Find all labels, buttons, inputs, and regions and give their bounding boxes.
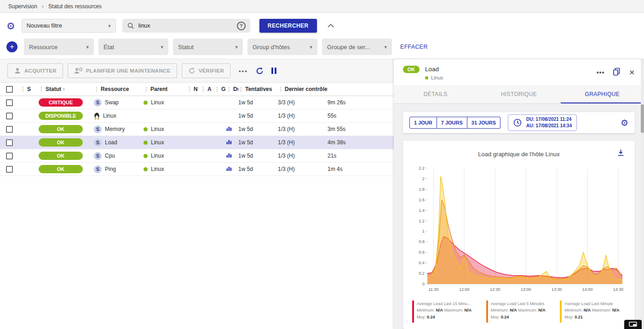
clear-filters-button[interactable]: EFFACER — [400, 44, 428, 50]
table-row[interactable]: OK SCpu Linux 1w 5d 1/3 (H) 21s — [0, 149, 394, 163]
panel-scrollbar-thumb[interactable] — [641, 104, 644, 133]
resource-cell[interactable]: Linux — [94, 113, 144, 119]
kebab-icon[interactable]: ⋮ — [94, 86, 99, 92]
time-range-button-0[interactable]: 1 JOUR — [409, 117, 437, 129]
filter-criteria-select-4[interactable]: Groupe de ser... ▾ — [322, 39, 392, 55]
parent-cell[interactable]: Linux — [144, 126, 187, 132]
resource-cell[interactable]: SLoad — [94, 139, 144, 147]
date-range-picker[interactable]: DU: 17/08/2021 11:24 AU: 17/08/2021 14:3… — [508, 114, 577, 131]
time-range-button-2[interactable]: 31 JOURS — [467, 117, 500, 129]
filter-criteria-select-2[interactable]: Statut ▾ — [173, 39, 243, 55]
screen-overlay-icon[interactable] — [624, 320, 642, 329]
panel-more-icon[interactable]: ••• — [597, 69, 605, 76]
resource-cell[interactable]: SCpu — [94, 152, 144, 160]
status-badge: OK — [39, 125, 83, 133]
table-row[interactable]: OK SLoad Linux 1w 5d 1/3 (H) 4m 38s — [0, 136, 394, 149]
breadcrumb-item-supervision[interactable]: Supervision — [8, 3, 37, 10]
kebab-icon[interactable]: ⋮ — [278, 86, 283, 92]
bar-chart-icon[interactable] — [226, 125, 232, 131]
column-header-8[interactable]: ⋮ Tentatives — [238, 86, 278, 92]
resource-cell[interactable]: SSwap — [94, 99, 144, 107]
add-criteria-icon[interactable]: + — [6, 41, 17, 52]
kebab-icon[interactable]: ⋮ — [214, 86, 220, 92]
bar-chart-icon[interactable] — [226, 139, 232, 145]
graph-settings-gear-icon[interactable]: ⚙ — [621, 119, 628, 127]
row-checkbox[interactable] — [6, 166, 13, 173]
close-panel-icon[interactable]: ✕ — [629, 68, 635, 77]
table-row[interactable]: DISPONIBLE Linux 1w 5d 1/3 (H) 55s — [0, 109, 394, 123]
collapse-filters-icon[interactable] — [327, 23, 334, 28]
download-icon[interactable] — [617, 149, 625, 159]
load-area-chart[interactable]: 11:3012:0012:3013:0013:3014:0014:3000.20… — [411, 163, 627, 297]
parent-cell[interactable]: Linux — [144, 99, 187, 106]
svg-text:1.6: 1.6 — [419, 198, 425, 202]
filter-criteria-select-3[interactable]: Group d'hôtes ▾ — [247, 39, 317, 55]
filter-preset-select[interactable]: Nouveau filtre ▾ — [22, 19, 116, 33]
bar-chart-icon[interactable] — [226, 165, 232, 171]
column-header-7[interactable]: ⋮ Durée — [226, 86, 238, 92]
filter-settings-gear-icon[interactable]: ⚙ — [6, 21, 15, 31]
column-header-2[interactable]: ⋮ Ressource — [94, 86, 144, 92]
kebab-icon[interactable]: ⋮ — [144, 86, 149, 92]
search-input[interactable] — [138, 23, 233, 29]
table-row[interactable]: CRITIQUE SSwap Linux 1w 5d 3/3 (H) 9m 26… — [0, 96, 394, 109]
filter-criteria-select-0[interactable]: Ressource ▾ — [24, 39, 94, 55]
column-header-0[interactable]: ⋮ S — [20, 86, 39, 92]
parent-cell[interactable]: Linux — [144, 139, 187, 146]
row-checkbox[interactable] — [6, 126, 13, 133]
resource-cell[interactable]: SMemory — [94, 125, 144, 133]
row-checkbox[interactable] — [6, 153, 13, 159]
panel-tab-1[interactable]: HISTORIQUE — [477, 85, 560, 103]
kebab-icon[interactable]: ⋮ — [238, 86, 244, 92]
column-header-1[interactable]: ⋮ Statut ↑ — [39, 86, 94, 92]
copy-link-icon[interactable] — [613, 68, 621, 78]
column-header-5[interactable]: ⋮ A — [201, 86, 214, 92]
row-checkbox[interactable] — [6, 113, 13, 119]
search-button[interactable]: RECHERCHER — [259, 19, 317, 33]
time-range-button-1[interactable]: 7 JOURS — [437, 117, 467, 129]
kebab-icon[interactable]: ⋮ — [201, 86, 206, 92]
column-header-9[interactable]: ⋮ Dernier contrôle — [278, 86, 328, 92]
legend-color-bar — [486, 301, 488, 323]
criteria-chips: Ressource ▾ État ▾ Statut ▾ Group d'hôte… — [24, 39, 392, 55]
panel-scrollbar-track[interactable] — [641, 59, 644, 329]
breadcrumb-item-current[interactable]: Statut des ressources — [48, 3, 102, 10]
panel-content: 1 JOUR7 JOURS31 JOURS DU: 17/08/2021 11:… — [394, 104, 644, 329]
panel-tab-2[interactable]: GRAPHIQUE — [561, 85, 644, 103]
filter-criteria-select-1[interactable]: État ▾ — [98, 39, 168, 55]
refresh-icon[interactable] — [255, 67, 264, 75]
parent-cell[interactable]: Linux — [144, 166, 187, 172]
column-header-4[interactable]: ⋮ N — [187, 86, 201, 92]
duration-cell: 1w 5d — [238, 166, 278, 172]
kebab-icon[interactable]: ⋮ — [20, 86, 26, 92]
graph-cell — [226, 165, 238, 173]
panel-tab-0[interactable]: DÉTAILS — [394, 85, 477, 103]
table-row[interactable]: OK SMemory Linux 1w 5d 1/3 (H) 3m 55s — [0, 123, 394, 136]
column-header-3[interactable]: ⋮ Parent — [144, 86, 187, 92]
more-actions-icon[interactable]: ••• — [239, 68, 248, 74]
set-downtime-button[interactable]: PLANIFIER UNE MAINTENANCE — [68, 63, 177, 78]
status-cell: CRITIQUE — [39, 98, 94, 107]
search-icon — [127, 22, 134, 29]
bar-chart-icon[interactable] — [226, 152, 232, 158]
acknowledge-button[interactable]: ACQUITTER — [7, 63, 63, 78]
kebab-icon[interactable]: ⋮ — [39, 86, 44, 92]
parent-cell[interactable]: Linux — [144, 153, 187, 159]
select-all-checkbox[interactable] — [6, 86, 13, 93]
row-checkbox[interactable] — [6, 99, 13, 106]
row-checkbox[interactable] — [6, 139, 13, 146]
table-row[interactable]: OK SPing Linux 1w 5d 1/3 (H) 1m 4s — [0, 163, 394, 176]
kebab-icon[interactable]: ⋮ — [187, 86, 192, 92]
legend-item-1[interactable]: Average Load Last 5 Minutes Minimum: N/A… — [486, 301, 556, 323]
legend-item-0[interactable]: Average Load Last 15 Minu... Minimum: N/… — [412, 301, 482, 323]
kebab-icon[interactable]: ⋮ — [226, 86, 232, 92]
legend-item-2[interactable]: Average Load Last Minute Minimum: N/A Ma… — [560, 301, 629, 323]
pause-icon[interactable] — [271, 68, 276, 74]
help-icon[interactable]: ? — [237, 22, 246, 30]
duration-cell: 1w 5d — [238, 153, 278, 159]
column-header-6[interactable]: ⋮ G — [214, 86, 226, 92]
duration-cell: 1w 5d — [238, 99, 278, 106]
panel-header-actions: ••• ✕ — [597, 68, 635, 78]
check-button[interactable]: VÉRIFIER — [182, 63, 230, 78]
resource-cell[interactable]: SPing — [94, 165, 144, 173]
